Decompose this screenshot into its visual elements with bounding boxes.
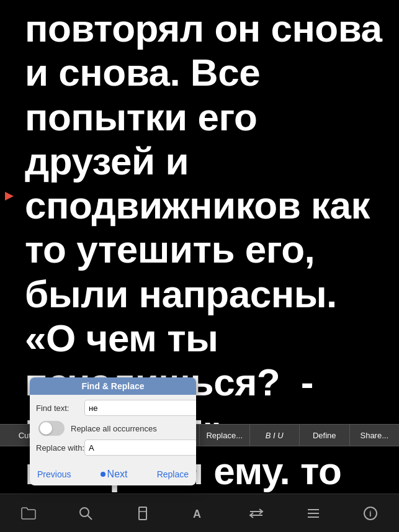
folder-icon[interactable] [17, 502, 40, 525]
replace-row: Replace with: [36, 440, 190, 456]
bottom-toolbar: A i [0, 494, 399, 532]
replace-input[interactable] [84, 440, 196, 456]
search-icon[interactable] [74, 502, 97, 525]
replace-button[interactable]: Replace... [200, 425, 250, 446]
info-icon[interactable]: i [359, 502, 382, 525]
arrows-icon[interactable] [245, 502, 267, 525]
find-replace-dialog: Find & Replace Find text: Replace all oc… [30, 377, 196, 485]
previous-button[interactable]: Previous [35, 468, 73, 480]
toggle-row: Replace all occurrences [36, 421, 190, 436]
next-dot-icon [101, 472, 105, 477]
svg-line-2 [87, 515, 92, 520]
toggle-label: Replace all occurrences [71, 424, 157, 433]
next-button[interactable]: Next [101, 468, 128, 480]
svg-rect-3 [139, 507, 146, 520]
dialog-body: Find text: Replace all occurrences Repla… [30, 395, 196, 466]
next-label: Next [107, 469, 128, 480]
find-input[interactable] [84, 400, 196, 416]
bold-italic-button[interactable]: B I U [250, 425, 300, 446]
replace-action-button[interactable]: Replace [155, 468, 191, 480]
list-icon[interactable] [302, 502, 325, 525]
define-button[interactable]: Define [300, 425, 350, 446]
dialog-actions: Previous Next Replace [30, 466, 196, 485]
dialog-title: Find & Replace [30, 377, 196, 395]
bookmark-icon[interactable] [132, 502, 154, 525]
replace-all-toggle[interactable] [38, 421, 65, 436]
svg-text:i: i [369, 509, 372, 518]
find-row: Find text: [36, 400, 190, 416]
svg-text:A: A [193, 508, 201, 520]
svg-marker-0 [5, 192, 14, 201]
side-play-icon[interactable] [2, 189, 16, 203]
svg-point-1 [80, 508, 89, 516]
share-button[interactable]: Share... [350, 425, 400, 446]
replace-label: Replace with: [36, 443, 81, 453]
find-label: Find text: [36, 404, 81, 413]
font-size-icon[interactable]: A [188, 502, 210, 525]
